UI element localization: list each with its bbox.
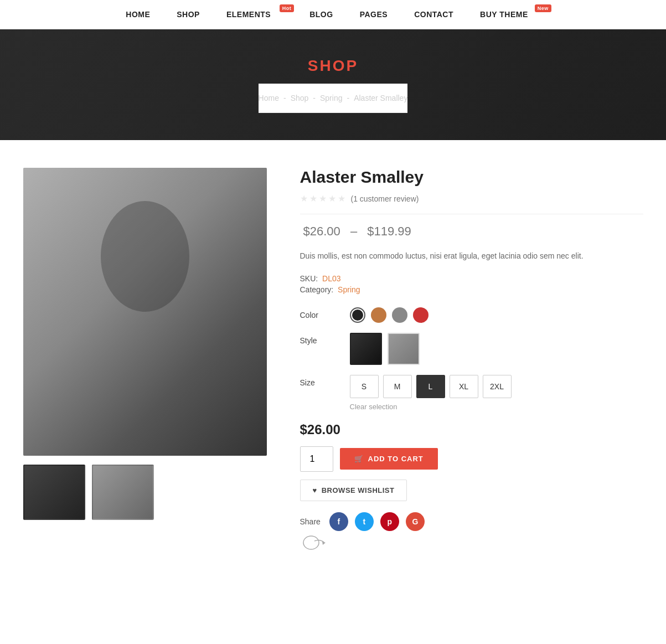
svg-point-0: [303, 536, 319, 549]
sku-label: SKU:: [300, 274, 318, 283]
hero-section: SHOP Home - Shop - Spring - Alaster Smal…: [0, 29, 666, 140]
share-facebook[interactable]: f: [329, 512, 348, 531]
category-row: Category: Spring: [300, 285, 643, 294]
color-swatch-red[interactable]: [413, 307, 428, 323]
color-swatch-brown[interactable]: [371, 307, 386, 323]
breadcrumb: Home - Shop - Spring - Alaster Smalley: [259, 84, 408, 113]
nav-home[interactable]: HOME: [126, 10, 150, 19]
star-2: ★: [309, 193, 317, 204]
product-images: [23, 168, 267, 551]
style-label: Style: [300, 333, 328, 345]
size-variation-row: Size S M L XL 2XL Clear selection: [300, 375, 643, 411]
email-share-icon[interactable]: [302, 534, 328, 551]
thumbnail-row: [23, 465, 267, 520]
heart-icon: ♥: [313, 486, 317, 494]
quantity-input[interactable]: [300, 446, 333, 472]
size-label: Size: [300, 375, 328, 387]
add-to-cart-label: ADD TO CART: [368, 455, 424, 463]
style-variation-row: Style: [300, 333, 643, 365]
category-value[interactable]: Spring: [338, 285, 360, 294]
size-xl[interactable]: XL: [450, 375, 478, 398]
product-name: Alaster Smalley: [300, 168, 643, 187]
selected-price: $26.00: [300, 422, 643, 437]
category-label: Category:: [300, 285, 334, 294]
star-rating[interactable]: ★ ★ ★ ★ ★: [300, 193, 345, 204]
nav-pages[interactable]: PAGES: [360, 10, 388, 19]
buy-theme-badge: New: [535, 4, 551, 12]
clear-selection[interactable]: Clear selection: [350, 403, 512, 411]
star-1: ★: [300, 193, 308, 204]
share-twitter[interactable]: t: [355, 512, 374, 531]
thumbnail-2[interactable]: [92, 465, 154, 520]
share-row: Share f t p G: [300, 512, 643, 531]
size-m[interactable]: M: [383, 375, 412, 398]
style-thumb-2[interactable]: [388, 333, 420, 365]
cart-icon: 🛒: [354, 455, 364, 463]
sku-value[interactable]: DL03: [322, 274, 340, 283]
price-range: $26.00 – $119.99: [300, 224, 643, 239]
hero-title: SHOP: [308, 57, 358, 75]
elements-badge: Hot: [280, 4, 295, 12]
star-3: ★: [319, 193, 327, 204]
wishlist-label: BROWSE WISHLIST: [322, 486, 395, 494]
star-5: ★: [338, 193, 345, 204]
nav-buy-theme[interactable]: BUY THEME New: [480, 10, 540, 19]
breadcrumb-current: Alaster Smalley: [354, 94, 407, 102]
main-nav: HOME SHOP ELEMENTS Hot BLOG PAGES CONTAC…: [0, 0, 666, 29]
color-variation-row: Color: [300, 307, 643, 323]
size-2xl[interactable]: 2XL: [483, 375, 512, 398]
product-meta: SKU: DL03 Category: Spring: [300, 274, 643, 294]
add-to-cart-button[interactable]: 🛒 ADD TO CART: [340, 448, 438, 470]
breadcrumb-home[interactable]: Home: [259, 94, 279, 102]
main-product-image[interactable]: [23, 168, 267, 456]
price-min: $26.00: [303, 224, 340, 238]
product-description: Duis mollis, est non commodo luctus, nis…: [300, 250, 643, 263]
browse-wishlist-button[interactable]: ♥ BROWSE WISHLIST: [300, 480, 407, 501]
share-google[interactable]: G: [406, 512, 425, 531]
color-swatch-gray[interactable]: [392, 307, 407, 323]
color-label: Color: [300, 307, 328, 320]
nav-elements[interactable]: ELEMENTS Hot: [226, 10, 283, 19]
thumbnail-1[interactable]: [23, 465, 85, 520]
size-s[interactable]: S: [350, 375, 379, 398]
nav-contact[interactable]: CONTACT: [414, 10, 453, 19]
product-section: Alaster Smalley ★ ★ ★ ★ ★ (1 customer re…: [12, 168, 654, 551]
size-l[interactable]: L: [416, 375, 445, 398]
rating-row: ★ ★ ★ ★ ★ (1 customer review): [300, 193, 643, 214]
cart-row: 🛒 ADD TO CART: [300, 446, 643, 472]
share-pinterest[interactable]: p: [380, 512, 399, 531]
breadcrumb-shop[interactable]: Shop: [291, 94, 309, 102]
price-max: $119.99: [367, 224, 411, 238]
size-section: S M L XL 2XL Clear selection: [350, 375, 512, 411]
nav-shop[interactable]: SHOP: [177, 10, 200, 19]
color-options: [350, 307, 428, 323]
color-swatch-black[interactable]: [350, 307, 365, 323]
nav-blog[interactable]: BLOG: [309, 10, 333, 19]
star-4: ★: [328, 193, 336, 204]
share-label: Share: [300, 517, 321, 526]
product-info: Alaster Smalley ★ ★ ★ ★ ★ (1 customer re…: [300, 168, 643, 551]
style-thumb-1[interactable]: [350, 333, 382, 365]
sku-row: SKU: DL03: [300, 274, 643, 283]
breadcrumb-spring[interactable]: Spring: [320, 94, 342, 102]
review-count[interactable]: (1 customer review): [351, 194, 419, 203]
style-options: [350, 333, 420, 365]
price-separator: –: [350, 224, 360, 238]
size-options: S M L XL 2XL: [350, 375, 512, 398]
